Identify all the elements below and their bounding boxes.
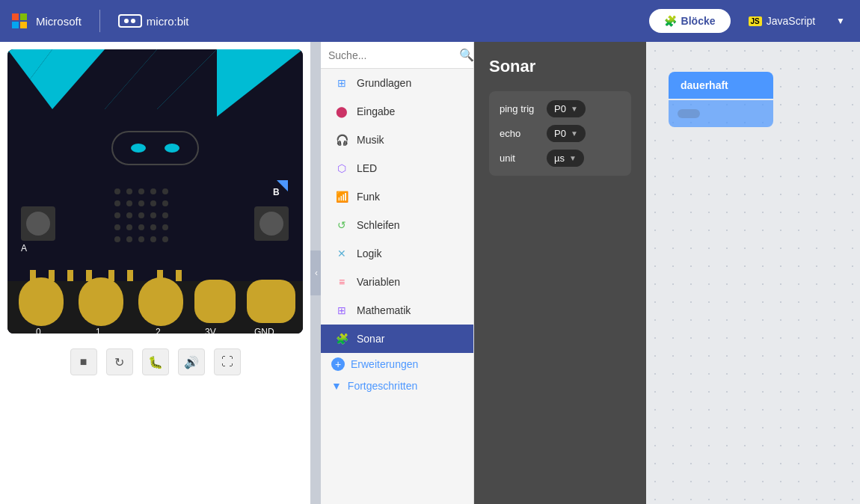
svg-point-33	[126, 236, 132, 242]
stop-button[interactable]: ■	[70, 348, 97, 375]
ping-trig-dropdown[interactable]: P0 ▼	[547, 100, 586, 117]
refresh-button[interactable]: ↻	[106, 348, 133, 375]
microbit-dot-right	[131, 19, 135, 23]
puzzle-icon: 🧩	[334, 331, 349, 346]
block-notch	[678, 109, 700, 118]
unit-dropdown[interactable]: µs ▼	[547, 150, 584, 167]
svg-point-34	[138, 236, 144, 242]
sidebar-item-eingabe[interactable]: ⬤ Eingabe	[321, 97, 473, 126]
microsoft-logo	[12, 13, 27, 28]
svg-point-19	[138, 200, 144, 206]
sidebar-item-logik[interactable]: ✕ Logik	[321, 239, 473, 268]
block-row-echo: echo P0 ▼	[500, 125, 621, 142]
svg-text:1: 1	[96, 327, 101, 334]
svg-rect-45	[19, 277, 64, 326]
svg-rect-62	[176, 270, 182, 281]
dauerhaft-block[interactable]: dauerhaft	[669, 72, 773, 127]
sidebar-item-musik[interactable]: 🎧 Musik	[321, 126, 473, 154]
microbit-dot-left	[124, 19, 129, 23]
advanced-item[interactable]: ▼ Fortgeschritten	[321, 375, 473, 396]
puzzle-icon: 🧩	[664, 15, 677, 27]
mathematik-label: Mathematik	[357, 304, 411, 316]
main-layout: A B 0 1 2 3V GND	[0, 42, 860, 504]
svg-point-12	[114, 188, 120, 194]
svg-text:2: 2	[156, 327, 161, 334]
sidebar-item-schleifen[interactable]: ↺ Schleifen	[321, 211, 473, 239]
unit-label: unit	[500, 153, 541, 164]
collapse-handle-container: ‹	[310, 42, 321, 504]
javascript-button[interactable]: JS JavaScript	[737, 9, 828, 33]
logik-label: Logik	[357, 248, 381, 259]
echo-label: echo	[500, 128, 541, 139]
svg-point-20	[150, 200, 156, 206]
microbit-simulator-svg: A B 0 1 2 3V GND	[7, 49, 303, 334]
microbit-label: micro:bit	[147, 15, 189, 28]
ping-trig-arrow: ▼	[571, 105, 578, 113]
microbit-brand: micro:bit	[118, 14, 189, 28]
svg-point-38	[26, 212, 50, 236]
extensions-item[interactable]: + Erweiterungen	[321, 353, 473, 375]
bloecke-button[interactable]: 🧩 Blöcke	[649, 9, 731, 33]
svg-point-32	[114, 236, 120, 242]
sidebar-item-funk[interactable]: 📶 Funk	[321, 182, 473, 211]
funk-label: Funk	[357, 191, 380, 203]
simulator-screen: A B 0 1 2 3V GND	[7, 49, 303, 334]
block-panel-title: Sonar	[489, 57, 631, 76]
svg-point-41	[259, 212, 283, 236]
svg-point-14	[138, 188, 144, 194]
svg-text:0: 0	[36, 327, 41, 334]
svg-point-30	[150, 224, 156, 230]
svg-text:A: A	[21, 243, 27, 253]
simulator-panel: A B 0 1 2 3V GND	[0, 42, 310, 504]
dauerhaft-header: dauerhaft	[669, 72, 773, 99]
lines-icon: ≡	[334, 274, 349, 289]
grid-icon: ⊞	[334, 76, 349, 90]
ping-trig-label: ping trig	[500, 103, 541, 114]
crosshair-icon: ✕	[334, 246, 349, 261]
unit-arrow: ▼	[569, 154, 577, 162]
svg-point-17	[114, 200, 120, 206]
svg-point-21	[162, 200, 168, 206]
sidebar-item-grundlagen[interactable]: ⊞ Grundlagen	[321, 69, 473, 97]
svg-rect-51	[194, 280, 236, 323]
javascript-label: JavaScript	[767, 15, 815, 27]
sonar-block: ping trig P0 ▼ echo P0 ▼ unit µs ▼	[489, 91, 631, 176]
workspace[interactable]: dauerhaft	[646, 42, 860, 504]
dropdown-button[interactable]: ▼	[833, 10, 848, 32]
svg-point-28	[126, 224, 132, 230]
eingabe-label: Eingabe	[357, 105, 395, 117]
svg-point-27	[114, 224, 120, 230]
toolbox-panel: 🔍 ⊞ Grundlagen ⬤ Eingabe 🎧 Musik ⬡ LED 📶…	[321, 42, 474, 504]
js-icon: JS	[749, 16, 762, 26]
svg-rect-56	[49, 270, 55, 281]
search-input[interactable]	[328, 49, 459, 61]
bloecke-label: Blöcke	[681, 15, 716, 27]
svg-point-13	[126, 188, 132, 194]
header: Microsoft micro:bit 🧩 Blöcke JS JavaScri…	[0, 0, 860, 42]
sidebar-item-mathematik[interactable]: ⊞ Mathematik	[321, 296, 473, 325]
sidebar-item-variablen[interactable]: ≡ Variablen	[321, 268, 473, 296]
svg-rect-55	[30, 270, 36, 281]
sidebar-item-led[interactable]: ⬡ LED	[321, 154, 473, 182]
block-panel: Sonar ping trig P0 ▼ echo P0 ▼ unit µs	[474, 42, 646, 504]
fullscreen-button[interactable]: ⛶	[214, 348, 241, 375]
svg-point-16	[162, 188, 168, 194]
debug-button[interactable]: 🐛	[142, 348, 169, 375]
echo-value: P0	[554, 128, 566, 139]
echo-dropdown[interactable]: P0 ▼	[547, 125, 586, 142]
svg-point-29	[138, 224, 144, 230]
svg-point-23	[126, 212, 132, 218]
ping-trig-value: P0	[554, 103, 566, 114]
svg-rect-49	[138, 277, 183, 326]
brand: Microsoft micro:bit	[12, 10, 189, 32]
schleifen-label: Schleifen	[357, 219, 400, 231]
svg-rect-60	[127, 270, 133, 281]
sound-button[interactable]: 🔊	[178, 348, 205, 375]
sidebar-item-sonar[interactable]: 🧩 Sonar	[321, 325, 473, 353]
musik-label: Musik	[357, 134, 384, 146]
chevron-down-icon: ▼	[331, 380, 342, 392]
svg-rect-9	[112, 132, 198, 165]
svg-rect-47	[79, 277, 123, 326]
svg-point-22	[114, 212, 120, 218]
svg-point-18	[126, 200, 132, 206]
